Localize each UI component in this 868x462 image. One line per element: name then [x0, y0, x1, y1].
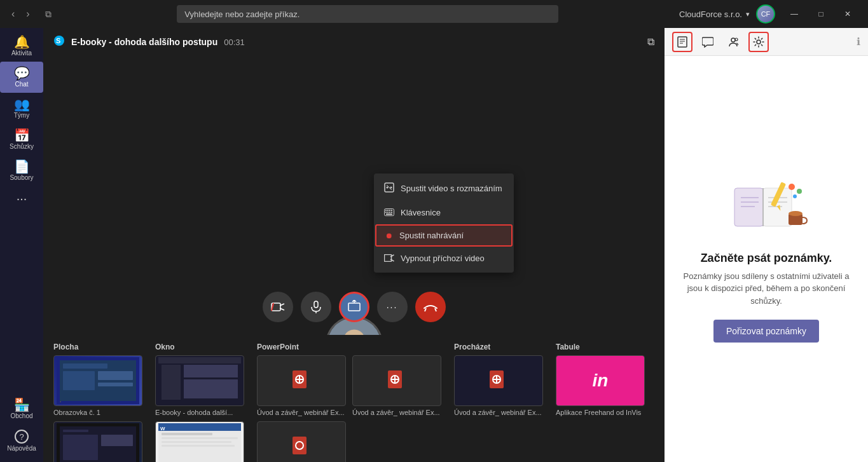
svg-point-92 — [797, 189, 802, 194]
thumb-img-invision: in — [556, 355, 645, 406]
calendar-icon: 📅 — [14, 129, 30, 142]
thumb-group-ppt: PowerPoint Úvod a závěr_ webinář Ex... — [257, 340, 441, 462]
forward-button[interactable]: › — [22, 6, 33, 22]
sidebar-label-chat: Chat — [15, 81, 28, 88]
sidebar-item-chat[interactable]: 💬 Chat — [0, 62, 43, 93]
thumbnails-section: Plocha ▪ — [43, 335, 665, 462]
mic-button[interactable] — [301, 292, 331, 322]
keyboard-icon — [384, 207, 394, 218]
start-recording-item[interactable]: ⏺ Spustit nahrávání — [375, 224, 513, 247]
svg-rect-55 — [162, 445, 235, 447]
thumb-caption-ppt2: Úvod a závěr_ webinář Ex... — [352, 409, 440, 416]
panel-toolbar: ℹ — [665, 28, 868, 56]
thumb-item-ppt1[interactable]: Úvod a závěr_ webinář Ex... — [257, 355, 346, 416]
search-bar[interactable]: Vyhledejte nebo zadejte příkaz. — [177, 5, 558, 23]
participants-tool-button[interactable] — [723, 32, 743, 52]
svg-rect-12 — [348, 303, 360, 311]
svg-rect-65 — [293, 437, 307, 454]
svg-rect-30 — [385, 255, 392, 262]
svg-text:S: S — [56, 37, 60, 44]
title-bar-left: ‹ › ⧉ — [8, 6, 57, 22]
end-call-button[interactable] — [415, 292, 446, 322]
blur-video-icon — [384, 182, 394, 194]
popout-icon[interactable]: ⧉ — [647, 36, 654, 47]
thumb-group-plocha: Plocha ▪ — [53, 340, 142, 462]
share-screen-button[interactable] — [339, 292, 369, 322]
sidebar-label-obchod: Obchod — [10, 412, 32, 419]
avatar[interactable]: CF — [756, 4, 775, 24]
camera-button[interactable] — [263, 292, 293, 322]
sidebar-label-tymy: Týmy — [14, 112, 29, 119]
sidebar-item-schuzky[interactable]: 📅 Schůzky — [0, 124, 43, 155]
sidebar: 🔔 Aktivita 💬 Chat 👥 Týmy 📅 Schůzky 📄 Sou… — [0, 28, 43, 462]
disable-incoming-icon — [384, 253, 394, 264]
sidebar-label-aktivita: Aktivita — [11, 50, 32, 57]
disable-incoming-item[interactable]: Vypnout příchozí video — [374, 247, 514, 270]
svg-rect-51 — [158, 423, 241, 431]
sidebar-item-napoveda[interactable]: ? Nápověda — [7, 425, 36, 457]
svg-point-91 — [789, 184, 795, 190]
chevron-down-icon[interactable]: ▾ — [746, 10, 750, 18]
keyboard-item[interactable]: Klávesnice — [374, 201, 514, 224]
chat-tool-button[interactable] — [698, 32, 718, 52]
svg-rect-24 — [391, 210, 392, 211]
svg-line-14 — [425, 308, 426, 311]
svg-rect-27 — [389, 212, 390, 213]
gear-tool-button[interactable] — [748, 32, 769, 52]
svg-rect-38 — [98, 383, 133, 386]
thumb-item-browse[interactable]: Úvod a závěr_ webinář Ex... — [454, 355, 543, 416]
thumb-group-label-okno: Okno — [155, 343, 244, 351]
thumb-img-excel — [257, 421, 346, 462]
maximize-button[interactable]: □ — [808, 0, 834, 28]
back-button[interactable]: ‹ — [8, 6, 18, 22]
sidebar-more-button[interactable]: ··· — [0, 186, 43, 211]
call-timer: 00:31 — [224, 37, 245, 47]
new-window-button[interactable]: ⧉ — [40, 6, 57, 22]
svg-rect-71 — [678, 37, 687, 47]
nav-buttons: ‹ › — [8, 6, 34, 22]
svg-rect-43 — [63, 435, 98, 460]
keyboard-label: Klávesnice — [401, 208, 441, 217]
notes-tool-button[interactable] — [672, 32, 692, 52]
chat-icon: 💬 — [14, 67, 30, 79]
sidebar-item-soubory[interactable]: 📄 Soubory — [0, 155, 43, 186]
svg-rect-53 — [162, 437, 238, 439]
svg-rect-35 — [63, 363, 107, 369]
thumb-img-screen4 — [53, 421, 142, 462]
blur-video-label: Spustit video s rozmazáním — [401, 184, 502, 193]
disable-incoming-label: Vypnout příchozí video — [401, 254, 485, 263]
svg-point-75 — [731, 38, 735, 42]
thumb-group-tabule: Tabule in Aplikace Freehand od InVis — [556, 340, 645, 416]
sidebar-item-aktivita[interactable]: 🔔 Aktivita — [0, 31, 43, 62]
minimize-button[interactable]: — — [782, 0, 807, 28]
record-icon: ⏺ — [385, 231, 393, 240]
svg-point-19 — [390, 187, 392, 189]
title-bar: ‹ › ⧉ Vyhledejte nebo zadejte příkaz. Cl… — [0, 0, 868, 28]
notes-description: Poznámky jsou sdíleny s ostatními uživat… — [680, 270, 853, 308]
thumb-caption-screen1: Obrazovka č. 1 — [53, 409, 100, 416]
svg-rect-44 — [101, 435, 133, 446]
sidebar-item-obchod[interactable]: 🏪 Obchod — [7, 393, 36, 425]
thumb-item-ppt2[interactable]: Úvod a závěr_ webinář Ex... — [352, 355, 441, 416]
svg-rect-47 — [162, 365, 181, 400]
info-button[interactable]: ℹ — [857, 36, 860, 48]
take-notes-button[interactable]: Pořizovat poznámky — [713, 320, 819, 343]
svg-point-77 — [757, 40, 761, 44]
thumb-img-screen1: ▪ — [53, 355, 142, 406]
context-menu: Spustit video s rozmazáním Klávesnice ⏺ … — [374, 173, 514, 273]
blur-video-item[interactable]: Spustit video s rozmazáním — [374, 176, 514, 201]
thumb-item-screen1[interactable]: ▪ Obrazovka č. 1 — [53, 355, 142, 416]
thumb-item-excel[interactable]: excel-matematicke-a-logi... — [257, 421, 346, 462]
thumb-item-word[interactable]: W teams-o365.docx - Word — [155, 421, 244, 462]
right-panel: ℹ — [665, 28, 868, 462]
thumb-item-screen4[interactable]: Obrazovka č. 2 — [53, 421, 142, 462]
svg-rect-36 — [63, 371, 95, 390]
sidebar-item-tymy[interactable]: 👥 Týmy — [0, 93, 43, 124]
svg-text:▪: ▪ — [60, 400, 61, 404]
thumb-item-screen2[interactable]: E-booky - dohoda další... — [155, 355, 244, 416]
call-title: E-booky - dohoda dalšího postupu — [71, 37, 217, 47]
thumb-item-invision[interactable]: in Aplikace Freehand od InVis — [556, 355, 645, 416]
close-button[interactable]: ✕ — [835, 0, 860, 28]
more-options-button[interactable]: ··· — [377, 292, 408, 322]
svg-rect-23 — [389, 210, 390, 211]
